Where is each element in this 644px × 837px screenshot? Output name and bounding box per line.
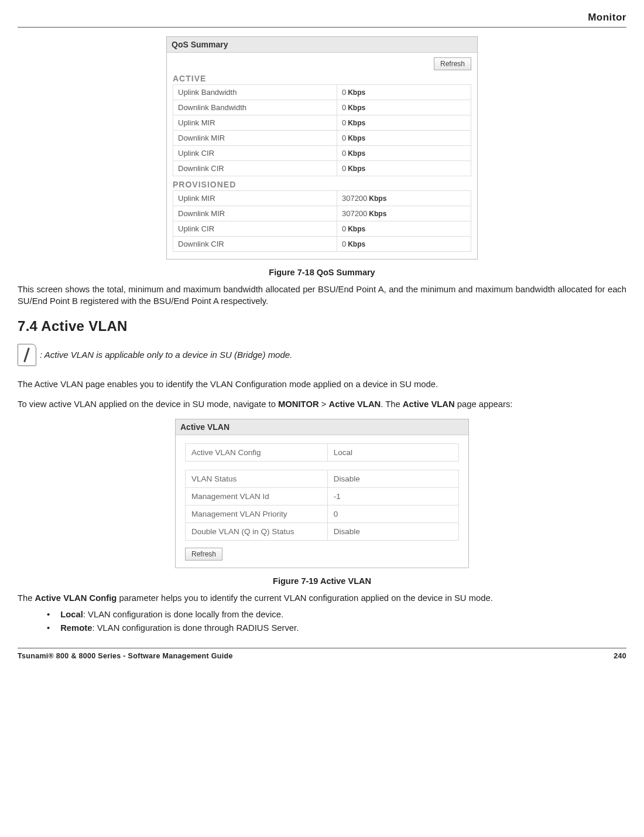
cell-label: Downlink MIR [173, 206, 337, 221]
active-section-label: ACTIVE [173, 74, 471, 83]
text-fragment: parameter helps you to identify the curr… [117, 593, 492, 603]
table-row: Management VLAN Id-1 [186, 487, 459, 505]
list-item: Local: VLAN configuration is done locall… [47, 608, 626, 621]
refresh-button[interactable]: Refresh [434, 57, 471, 70]
cell-label: Uplink MIR [173, 191, 337, 206]
cell-value: 307200 [342, 194, 367, 203]
table-row: Active VLAN ConfigLocal [186, 443, 459, 461]
refresh-button[interactable]: Refresh [185, 548, 222, 561]
table-row: Downlink CIR0Kbps [173, 237, 471, 252]
provisioned-section-label: PROVISIONED [173, 180, 471, 189]
cell-value: -1 [327, 487, 458, 505]
text-fragment: The [18, 593, 35, 603]
cell-value: 0 [342, 118, 346, 127]
footer-left: Tsunami® 800 & 8000 Series - Software Ma… [18, 652, 233, 660]
table-row: Uplink CIR0Kbps [173, 221, 471, 237]
nav-path-active-vlan: Active VLAN [328, 399, 381, 409]
vlan-details-table: VLAN StatusDisable Management VLAN Id-1 … [185, 470, 459, 541]
header-rule [18, 27, 626, 28]
page-header-title: Monitor [18, 12, 626, 23]
cell-label: Downlink MIR [173, 131, 337, 146]
vlan-panel-title: Active VLAN [176, 419, 468, 435]
cell-value: 0 [342, 240, 346, 248]
bullet-desc: : VLAN configuration is done locally fro… [83, 610, 283, 619]
unit-label: Kbps [348, 134, 365, 142]
cell-value: 0 [342, 164, 346, 173]
unit-label: Kbps [348, 225, 365, 233]
cell-label: Uplink MIR [173, 115, 337, 131]
cell-value: Local [327, 443, 458, 461]
cell-label: Double VLAN (Q in Q) Status [186, 522, 328, 540]
cell-label: Management VLAN Id [186, 487, 328, 505]
text-fragment: To view active VLAN applied on the devic… [18, 399, 278, 409]
cell-label: Downlink Bandwidth [173, 100, 337, 115]
cell-value: 0 [342, 134, 346, 142]
qos-panel-title: QoS Summary [167, 37, 477, 53]
table-row: VLAN StatusDisable [186, 470, 459, 487]
qos-active-table: Uplink Bandwidth0Kbps Downlink Bandwidth… [173, 84, 471, 176]
note-icon [18, 344, 36, 366]
param-name: Active VLAN Config [35, 593, 117, 603]
cell-label: Uplink CIR [173, 221, 337, 237]
text-fragment: > [319, 399, 329, 409]
table-row: Uplink MIR0Kbps [173, 115, 471, 131]
cell-value: 0 [342, 149, 346, 158]
table-row: Downlink MIR0Kbps [173, 131, 471, 146]
table-row: Uplink CIR0Kbps [173, 146, 471, 161]
active-vlan-panel: Active VLAN Active VLAN ConfigLocal VLAN… [175, 419, 469, 568]
unit-label: Kbps [369, 194, 386, 203]
footer-page-number: 240 [614, 652, 626, 660]
cell-value: Disable [327, 470, 458, 487]
page-footer: Tsunami® 800 & 8000 Series - Software Ma… [18, 648, 626, 660]
figure-caption-qos: Figure 7-18 QoS Summary [18, 268, 626, 277]
cell-value: 0 [342, 224, 346, 233]
cell-value: 0 [342, 88, 346, 97]
table-row: Double VLAN (Q in Q) StatusDisable [186, 522, 459, 540]
qos-description: This screen shows the total, minimum and… [18, 284, 626, 308]
table-row: Downlink MIR307200Kbps [173, 206, 471, 221]
nav-path-monitor: MONITOR [278, 399, 319, 409]
cell-label: VLAN Status [186, 470, 328, 487]
text-fragment: page appears: [455, 399, 513, 409]
cell-label: Uplink Bandwidth [173, 85, 337, 100]
cell-label: Uplink CIR [173, 146, 337, 161]
bullet-term: Local [60, 610, 83, 619]
table-row: Management VLAN Priority0 [186, 505, 459, 522]
cell-label: Downlink CIR [173, 237, 337, 252]
unit-label: Kbps [369, 210, 386, 218]
bullet-list: Local: VLAN configuration is done locall… [47, 608, 626, 635]
vlan-config-table: Active VLAN ConfigLocal [185, 443, 459, 462]
cell-value: Disable [327, 522, 458, 540]
table-row: Downlink Bandwidth0Kbps [173, 100, 471, 115]
unit-label: Kbps [348, 119, 365, 127]
qos-summary-panel: QoS Summary Refresh ACTIVE Uplink Bandwi… [166, 36, 478, 259]
note-text: : Active VLAN is applicable only to a de… [40, 350, 292, 360]
cell-label: Management VLAN Priority [186, 505, 328, 522]
table-row: Uplink Bandwidth0Kbps [173, 85, 471, 100]
vlan-intro-1: The Active VLAN page enables you to iden… [18, 379, 626, 391]
vlan-intro-2: To view active VLAN applied on the devic… [18, 399, 626, 411]
qos-provisioned-table: Uplink MIR307200Kbps Downlink MIR307200K… [173, 190, 471, 252]
bullet-desc: : VLAN configuration is done through RAD… [92, 623, 299, 633]
unit-label: Kbps [348, 165, 365, 173]
cell-value: 0 [327, 505, 458, 522]
note-block: : Active VLAN is applicable only to a de… [18, 344, 626, 366]
cell-label: Active VLAN Config [186, 443, 328, 461]
unit-label: Kbps [348, 240, 365, 248]
page-name-active-vlan: Active VLAN [403, 399, 455, 409]
table-row: Uplink MIR307200Kbps [173, 191, 471, 206]
unit-label: Kbps [348, 104, 365, 112]
table-row: Downlink CIR0Kbps [173, 161, 471, 176]
figure-caption-vlan: Figure 7-19 Active VLAN [18, 576, 626, 586]
cell-value: 0 [342, 103, 346, 112]
text-fragment: . The [381, 399, 403, 409]
cell-label: Downlink CIR [173, 161, 337, 176]
section-heading-active-vlan: 7.4 Active VLAN [18, 318, 626, 334]
bullet-term: Remote [60, 623, 92, 633]
vlan-post-text: The Active VLAN Config parameter helps y… [18, 593, 626, 604]
list-item: Remote: VLAN configuration is done throu… [47, 621, 626, 635]
unit-label: Kbps [348, 88, 365, 97]
cell-value: 307200 [342, 209, 367, 218]
unit-label: Kbps [348, 149, 365, 158]
